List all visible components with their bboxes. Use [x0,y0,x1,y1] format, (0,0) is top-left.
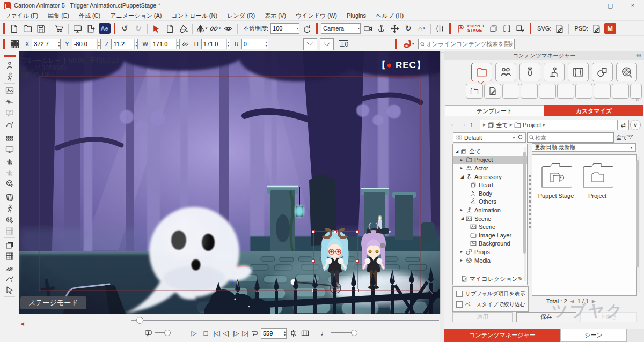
r-field[interactable]: ▴▾ [241,39,268,49]
volume-slider-knob[interactable] [351,330,357,336]
motion-path-add-icon[interactable] [3,118,17,130]
image-template-icon[interactable] [3,85,17,96]
character-creator-icon[interactable] [3,60,17,71]
loop-button[interactable] [249,327,260,339]
timeline-track[interactable] [131,320,439,321]
play-cursor-icon[interactable] [3,284,17,295]
search-person-button[interactable] [516,132,526,143]
frame-field[interactable]: ▴▾ [261,328,287,339]
tree-item-props[interactable]: ▸Props [453,248,527,256]
subcategory-empty-7[interactable] [612,84,629,99]
menu-plugins[interactable]: Plugins [342,12,371,19]
filter-base-checkbox[interactable]: ベースタイプで絞り込む [456,301,528,308]
panel-search-input[interactable] [528,135,613,141]
workspace-select[interactable]: Default ▼ [453,132,518,143]
panel-header[interactable]: コンテンツマネージャー ⊗ [444,51,644,60]
item-puppet-stage[interactable]: Puppet Stage [537,161,575,199]
subcategory-empty-1[interactable] [502,84,519,99]
menu-edit[interactable]: 編集 (E) [43,12,74,20]
maximize-button[interactable]: ▢ [599,0,621,11]
tree-item-background[interactable]: Background [453,240,527,248]
tree-item-body[interactable]: Body [453,189,527,198]
filter-funnel-icon[interactable] [627,133,634,140]
show-subfolder-checkbox[interactable]: サブフォルダ項目を表示 [456,290,528,298]
content-store-button[interactable] [53,23,65,35]
menu-view[interactable]: 表示 (V) [260,12,291,20]
reset-transform-button[interactable]: ⊥0 [336,38,352,50]
x-field[interactable]: ▴▾ [32,39,61,49]
tree-item-actor[interactable]: ▸Actor [453,164,527,173]
spring-bones-icon[interactable] [3,262,17,273]
new-project-button[interactable] [8,23,20,35]
tree-item-media[interactable]: ▸Media [453,256,527,265]
move-tool-button[interactable] [389,23,401,35]
subcategory-folder-edit-button[interactable] [484,84,501,99]
w-field[interactable]: ▴▾ [151,39,180,49]
tree-item-accessory[interactable]: ◢Accessory [453,173,527,181]
tree-item-all[interactable]: ◢全て [453,147,527,156]
open-project-button[interactable] [21,23,34,35]
curve-ease-button[interactable] [303,38,317,50]
sprite-switch-icon[interactable] [3,191,17,203]
tree-item-image-layer[interactable]: Image Layer [453,231,527,240]
motion-wizard-icon[interactable] [3,71,17,82]
stop-button[interactable]: □ [200,327,211,339]
menu-file[interactable]: ファイル (F) [0,12,43,20]
mirror-button[interactable] [434,23,446,35]
category-media-button[interactable] [616,63,637,81]
tree-scrollbar[interactable] [524,147,526,281]
redo-button[interactable]: ↻ [132,23,144,35]
timeline-handle[interactable] [136,317,143,324]
menu-control[interactable]: コントロール (N) [166,12,222,20]
item-project[interactable]: Project [578,161,617,199]
gesture-hand-icon[interactable] [3,155,17,166]
apply-button[interactable]: 適用 [452,312,513,322]
online-search-input[interactable] [419,41,514,47]
swap-view-button[interactable]: ⇄ [617,120,629,130]
nav-forward-icon[interactable]: → [459,120,466,128]
menu-window[interactable]: ウインドウ (W) [291,12,342,20]
layer-order-icon[interactable] [3,239,17,250]
caption-icon[interactable] [143,327,153,339]
h-field[interactable]: ▴▾ [201,39,230,49]
rotate-view-button[interactable] [301,23,313,35]
subcategory-empty-4[interactable] [557,84,574,99]
frame-brackets-button[interactable] [501,23,513,35]
puppet-stage-button[interactable]: PUPPETSTAGE [454,24,486,34]
preview-monitor-icon[interactable] [3,144,17,155]
anchor-button[interactable] [375,23,387,35]
undo-button[interactable]: ↺ [119,23,131,35]
flip-button[interactable]: ▾ [195,23,208,35]
category-scene-button[interactable] [568,63,589,81]
psd-edit-button[interactable] [590,23,603,35]
marketplace-button[interactable]: M [604,23,616,35]
svg-edit-button[interactable] [553,23,566,35]
menu-create[interactable]: 作成 (C) [74,12,105,20]
body-puppet-icon[interactable] [3,203,17,214]
stage-viewport[interactable]: フレームレート50.05, 平均50.13メモリ3859MBCPU0.19% 【… [19,51,441,314]
export-button[interactable] [85,23,97,35]
minimize-button[interactable]: – [576,0,599,11]
motion-path-edit-icon[interactable] [3,273,17,284]
subcategory-empty-8[interactable] [630,84,642,99]
home-view-button[interactable]: ⌂▾ [415,23,428,35]
breadcrumb-project[interactable]: Project [523,122,541,128]
lipsync-audio-icon[interactable] [3,96,17,107]
reallusion-logo-icon[interactable]: ▾ [400,38,416,50]
paint-bucket-button[interactable] [177,23,189,35]
category-project-button[interactable] [471,63,492,81]
category-animation-button[interactable] [544,63,565,81]
tree-item-head[interactable]: Head [453,181,527,189]
y-field[interactable]: ▴▾ [72,39,101,49]
tree-item-others[interactable]: Others [453,198,527,206]
opacity-dropdown[interactable]: ▾ [296,24,299,33]
collapse-icon[interactable]: « [635,98,641,101]
nav-back-icon[interactable]: ← [450,120,457,128]
save-project-button[interactable] [35,23,47,35]
caption-slider[interactable] [155,332,165,333]
camera-view-button[interactable] [362,23,374,35]
filter-all-label[interactable]: 全て [616,134,627,142]
tab-template[interactable]: テンプレート [445,105,544,116]
caption-slider-knob[interactable] [164,330,171,336]
frame-input[interactable] [261,330,283,337]
